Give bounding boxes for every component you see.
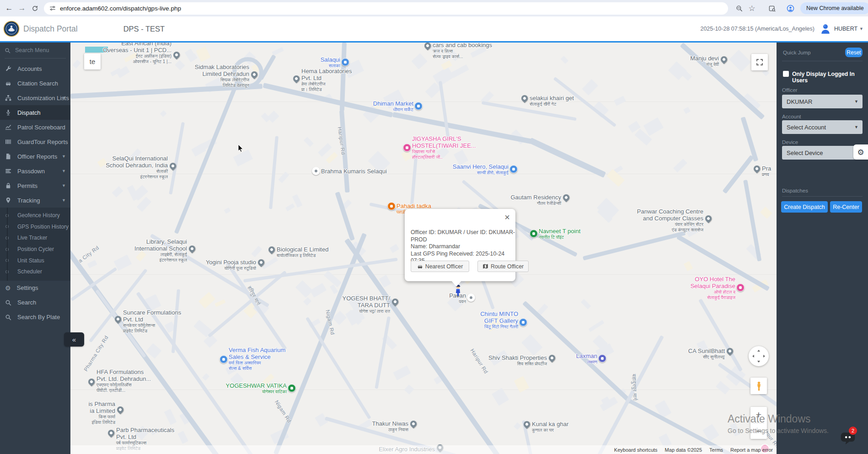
poi-east-african-india-overseas-unit-1-pcd-icon[interactable]	[172, 50, 181, 59]
sidebar-item-permits[interactable]: Permits▼	[0, 178, 70, 193]
poi-hfa-formulations-pvt-ltd-dehradun-label[interactable]: HFA FormulationsPvt. Ltd. Dehradun...एचए…	[96, 369, 151, 393]
attribution-map-data-2025[interactable]: Map data ©2025	[665, 447, 702, 453]
poi-kunal-ka-ghar-label[interactable]: Kunal ka gharकुणाल का घर	[532, 421, 568, 433]
poi-shiv-shakti-properties-label[interactable]: Shiv Shakti Propertiesशिव शक्ति प्रोपर्ट…	[488, 354, 547, 367]
poi-laxman-label[interactable]: Laxmanलक्ष्मण	[576, 353, 597, 365]
poi-selaqui-international-school-dehradun-india-label[interactable]: SelaQui InternationalSchool Dehradun, In…	[106, 155, 168, 180]
fullscreen-button[interactable]	[751, 54, 768, 70]
sidebar-search[interactable]	[5, 43, 66, 59]
device-select[interactable]: Select Device▼	[782, 146, 863, 160]
poi-verma-fish-aquarium-sales-service-icon[interactable]	[220, 355, 228, 363]
sidebar-subitem-position-cycler[interactable]: Position Cycler	[0, 244, 70, 255]
poi-manju-devi-icon[interactable]	[719, 55, 729, 64]
poi-saanvi-hero-selaqui-icon[interactable]	[509, 165, 518, 173]
poi-biological-e-limited-label[interactable]: Biological E Limitedबायोलॉजिकल इ लिमिटेड	[277, 246, 328, 258]
poi-gautam-residency-icon[interactable]	[562, 193, 571, 202]
reading-list-icon[interactable]	[766, 2, 778, 15]
poi-library-selaqui-international-school-icon[interactable]	[188, 244, 197, 253]
poi-gautam-residency-label[interactable]: Gautam Residencyगौतम रेजीडेन्सी	[510, 194, 561, 206]
url-bar[interactable]: enforce.adam602.com/dispatch/gps-live.ph…	[44, 2, 728, 15]
poi-sidmak-laboratories-limited-dehradun-label[interactable]: Sidmak LaboratoriesLimited Dehradunसिद्म…	[195, 64, 249, 88]
poi-hema-laboratories-pvt-ltd-label[interactable]: Hema LaboratoriesPvt. Ltdहेमा लेबोरेटरीज…	[301, 68, 352, 92]
poi-cars-and-cab-bookings-label[interactable]: cars and cab bookingsक्रज द हिल्ससेल्फ ड…	[433, 43, 492, 59]
nearest-officer-button[interactable]: Nearest Officer	[411, 261, 469, 272]
poi-yogeshwar-vatika-label[interactable]: YOGESHWAR VATIKAयोगेश्वर वाटिका	[226, 382, 287, 395]
poi-pra-icon[interactable]	[752, 164, 761, 173]
account-select[interactable]: Select Account▼	[782, 120, 863, 134]
sidebar-item-accounts[interactable]: Accounts	[0, 61, 70, 76]
map-canvas[interactable]: te × Officer ID: DKUMAR / User ID: DKUMA…	[70, 43, 777, 454]
profile-icon[interactable]	[784, 2, 797, 15]
poi-manju-devi-label[interactable]: Manju deviमंजू देवी	[690, 55, 719, 67]
poi-salaqui-icon[interactable]	[341, 58, 349, 66]
poi-is-pharma-ia-limited-label[interactable]: is Pharmaia Limitedकिस फार्माइंडिया लिमि…	[88, 401, 115, 425]
poi-is-pharma-ia-limited-icon[interactable]	[116, 405, 125, 414]
poi-brahma-kumaris-selaqui-label[interactable]: Brahma Kumaris Selaqui	[321, 168, 387, 175]
sidebar-item-search-by-plate[interactable]: Search By Plate	[0, 310, 70, 325]
sidebar-search-input[interactable]	[14, 47, 64, 54]
sidebar-item-passdown[interactable]: Passdown▼	[0, 164, 70, 178]
route-officer-button[interactable]: Route Officer	[477, 261, 529, 272]
logged-in-users-checkbox[interactable]	[783, 71, 789, 77]
poi-navneet-t-point-label[interactable]: Navneet T pointनवनीत टि पॉइंट	[539, 228, 580, 240]
poi-verma-fish-aquarium-sales-service-label[interactable]: Verma Fish AquariumSales & Serviceवर्मा …	[229, 347, 285, 371]
sidebar-subitem-scheduler[interactable]: Scheduler	[0, 266, 70, 278]
poi-thakur-niwas-icon[interactable]	[409, 419, 418, 428]
poi-yogini-pooja-studio-label[interactable]: Yogini Pooja studioयोगिनी पूजा स्टूडियो	[206, 259, 256, 271]
poi-pavan-icon[interactable]	[467, 294, 475, 302]
poi-hfa-formulations-pvt-ltd-dehradun-icon[interactable]	[87, 377, 96, 386]
poi-thakur-niwas-label[interactable]: Thakur Niwasठाकुर निवास	[372, 420, 408, 433]
poi-pra-label[interactable]: Praप्रणव	[762, 165, 771, 177]
sidebar-item-dispatch[interactable]: Dispatch	[0, 105, 70, 120]
new-chrome-button[interactable]: New Chrome available	[800, 2, 868, 14]
poi-shiv-shakti-properties-icon[interactable]	[547, 353, 557, 363]
panel-settings-gear-icon[interactable]: ⚙	[853, 144, 868, 160]
attribution-terms[interactable]: Terms	[709, 447, 723, 453]
poi-hema-laboratories-pvt-ltd-icon[interactable]	[292, 74, 301, 83]
sidebar-subitem-unit-status[interactable]: Unit Status	[0, 255, 70, 266]
site-info-icon[interactable]	[49, 5, 56, 11]
sidebar-item-tracking[interactable]: Tracking▼	[0, 193, 70, 208]
pan-control[interactable]	[749, 346, 769, 366]
zoom-out-icon[interactable]	[733, 2, 745, 15]
poi-chintu-minto-gift-gallery-icon[interactable]	[519, 318, 527, 326]
sidebar-item-guardtour-reports[interactable]: GuardTour Reports	[0, 134, 70, 149]
back-icon[interactable]: ←	[3, 2, 16, 15]
user-menu-caret-icon[interactable]: ▼	[859, 27, 863, 31]
attribution-keyboard-shortcuts[interactable]: Keyboard shortcuts	[614, 447, 658, 453]
sidebar-subitem-gps-position-history[interactable]: GPS Position History	[0, 221, 70, 233]
zoom-out-button[interactable]: −	[750, 423, 767, 439]
sidebar-item-search[interactable]: Search	[0, 295, 70, 310]
recenter-button[interactable]: Re-Center	[830, 201, 862, 213]
poi-oyo-hotel-the-selaqui-paradise-label[interactable]: OYO Hotel TheSelaqui Paradiseओयो होटल दस…	[691, 276, 735, 300]
poi-yogeshwar-vatika-icon[interactable]	[288, 384, 296, 392]
poi-brahma-kumaris-selaqui-icon[interactable]	[312, 167, 320, 175]
poi-dhiman-market-label[interactable]: Dhiman Marketधीमान मार्केट	[373, 100, 413, 112]
poi-dhiman-market-icon[interactable]	[414, 102, 423, 110]
poi-panwar-coaching-centre-and-computer-classes-icon[interactable]	[704, 214, 713, 223]
poi-parb-pharmaceuticals-pvt-ltd-icon[interactable]	[107, 428, 116, 438]
poi-ca-sunilbhatt-label[interactable]: CA SunilBhattसीए सुनीलभट्ट	[688, 347, 725, 360]
poi-navneet-t-point-icon[interactable]	[530, 230, 538, 238]
poi-selakui-khairi-get-label[interactable]: selakui khairi getसेलाकुई खैरी गेट	[530, 95, 574, 107]
poi-jigyasha-girl-s-hostel-tiwari-jee-icon[interactable]	[403, 144, 411, 152]
officer-select[interactable]: DKUMAR▼	[782, 95, 863, 108]
poi-yogesh-bhatt-tara-dutt-label[interactable]: YOGESH BHATT/TARA DUTTयोगेश भट्ट/ तारा द…	[343, 295, 391, 314]
poi-biological-e-limited-icon[interactable]	[267, 245, 276, 254]
poi-panwar-coaching-centre-and-computer-classes-label[interactable]: Panwar Coaching Centreand Computer Class…	[637, 208, 703, 233]
poi-east-african-india-overseas-unit-1-pcd-label[interactable]: East African (India)Overseas - Unit 1 | …	[103, 43, 171, 64]
sidebar-item-settings[interactable]: ⚙Settings	[0, 281, 70, 295]
pegman-control[interactable]	[750, 378, 767, 394]
poi-library-selaqui-international-school-label[interactable]: Library, SelaquiInternational Schoolलाइब…	[134, 238, 187, 263]
popup-close-icon[interactable]: ×	[504, 213, 510, 222]
poi-salaqui-label[interactable]: Salaquiसलाका	[321, 56, 340, 69]
sidebar-subitem-geofence-history[interactable]: Geofence History	[0, 210, 70, 221]
sidebar-item-citation-search[interactable]: Citation Search	[0, 76, 70, 91]
forward-icon[interactable]: →	[16, 2, 28, 15]
sidebar-item-customization-lists[interactable]: Customization Lists▼	[0, 91, 70, 105]
reload-icon[interactable]	[28, 2, 41, 15]
create-dispatch-button[interactable]: Create Dispatch	[781, 201, 828, 213]
poi-suncare-formulations-pvt-ltd-label[interactable]: Suncare FormulationsPvt. Ltdसनकेयर फॉर्म…	[123, 309, 181, 334]
sidebar-collapse-button[interactable]: «	[64, 332, 84, 347]
poi-laxman-icon[interactable]	[598, 354, 606, 363]
